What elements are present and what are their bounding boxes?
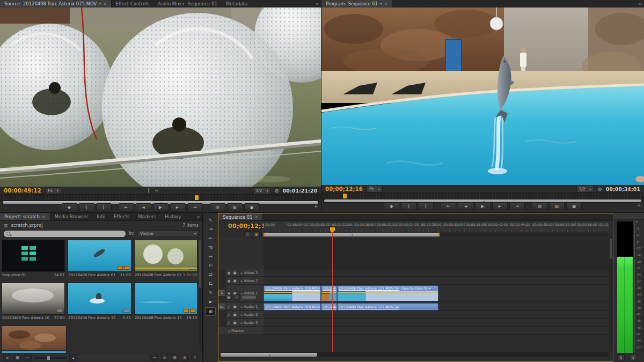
track-expand-icon[interactable]: ▸ — [241, 279, 243, 283]
panel-menu-icon[interactable]: ≡ — [638, 2, 642, 6]
add-marker-button[interactable]: ◆ — [62, 203, 77, 211]
add-marker-button[interactable]: ◆ — [384, 202, 399, 210]
tool-ripple-edit[interactable]: ⇤ — [206, 234, 215, 242]
audio-meter-header[interactable] — [614, 213, 644, 220]
timeline-playhead-head[interactable] — [330, 227, 335, 231]
step-back-button[interactable]: ◄ — [136, 203, 151, 211]
tool-pen[interactable]: ✎ — [206, 289, 215, 297]
video-3-lane[interactable] — [264, 269, 609, 277]
track-expand-icon[interactable]: ▸ — [241, 313, 243, 316]
project-item-019[interactable]: 20120408 Parc Asterix 019.MOV 11:03 — [68, 240, 131, 277]
tool-slip[interactable]: ⇄ — [206, 271, 215, 278]
mark-out-button[interactable]: } — [96, 203, 112, 211]
tab-source[interactable]: Source: 20120408 Parc Asterix 075.MOV ▾ … — [0, 0, 112, 8]
tab-metadata[interactable]: Metadata ▾ × — [222, 0, 252, 8]
program-fit-select[interactable]: Fit ▾ — [367, 186, 383, 193]
sync-lock-icon[interactable]: ▣ — [232, 271, 238, 275]
settings-wrench-icon[interactable]: ⚙ — [275, 188, 279, 194]
tool-rate-stretch[interactable]: ↔ — [206, 253, 215, 260]
zoom-out-button[interactable]: − — [24, 354, 32, 361]
source-patch-audio[interactable]: A1 — [218, 304, 225, 309]
track-output-eye-icon[interactable]: ◉ — [226, 279, 232, 283]
play-button[interactable]: ▶ — [475, 202, 491, 210]
tool-razor[interactable]: ✄ — [206, 262, 215, 269]
project-item-109[interactable]: 20120408 Parc Asterix 109.MOV 37:00 — [2, 283, 65, 320]
tool-zoom[interactable]: ⊕ — [206, 307, 216, 316]
tab-audio-mixer[interactable]: Audio Mixer: Sequence 01 ▾ × — [153, 0, 222, 8]
show-keyframes-icon[interactable]: ◇ — [233, 294, 240, 300]
speaker-icon[interactable]: ♪ — [226, 321, 232, 325]
sync-lock-icon[interactable]: ▣ — [232, 321, 238, 325]
source-video-viewer[interactable] — [0, 8, 321, 187]
source-current-timecode[interactable]: 00:00:49:12 — [4, 188, 41, 194]
project-scrollbar[interactable] — [199, 240, 201, 347]
go-to-out-button[interactable]: ⇥ — [187, 203, 203, 211]
tool-hand[interactable]: ☛ — [206, 298, 215, 306]
mark-out-button[interactable]: } — [418, 202, 434, 210]
project-item-127[interactable]: 20120408 Parc Asterix 127.MOV 19:19 — [134, 283, 197, 320]
timeline-ruler[interactable]: 00;0000;00;04;0000;00;08;0000;00;12;0000… — [264, 221, 609, 232]
video-2-lane[interactable] — [264, 277, 609, 285]
timeline-clip-127-video[interactable]: 20120408 Parc Asterix 127.MOV [V] Opacit… — [337, 285, 438, 301]
timeline-horizontal-scrollbar[interactable] — [219, 352, 609, 357]
work-area-bar[interactable] — [264, 233, 440, 237]
timeline-clip-126-audio[interactable]: 20120408 — [321, 303, 337, 311]
tab-project[interactable]: Project: scratch × — [0, 213, 50, 220]
lift-button[interactable]: ▤ — [210, 203, 225, 211]
opacity-rubber-band[interactable] — [321, 292, 336, 293]
set-display-style-icon[interactable]: ▦ — [225, 294, 232, 300]
track-header-slider[interactable] — [241, 295, 257, 299]
tab-effects[interactable]: Effects × — [109, 213, 134, 220]
tool-slide[interactable]: ⇆ — [206, 280, 215, 287]
play-button[interactable]: ▶ — [153, 203, 169, 211]
tab-dropdown-icon[interactable]: ▾ — [380, 2, 382, 6]
step-forward-button[interactable]: ► — [492, 202, 508, 210]
clip-thumbnail[interactable] — [68, 283, 131, 315]
output-toggle-icon[interactable]: ↦ — [155, 188, 159, 193]
track-expand-icon[interactable]: ▸ — [241, 305, 243, 308]
audio-3-lane[interactable] — [264, 319, 609, 327]
source-playhead[interactable] — [195, 195, 199, 200]
timeline-clip-126-video[interactable]: 20120408 — [321, 285, 337, 301]
encore-chapter-marker-button[interactable]: ◉ — [253, 231, 260, 238]
snap-button[interactable]: ∩ — [244, 231, 251, 238]
project-item-075[interactable]: 20120408 Parc Asterix 075.MOV 1:21:20 — [134, 240, 197, 277]
new-bin-button[interactable]: ▤ — [171, 354, 179, 361]
mark-in-button[interactable]: { — [79, 203, 94, 211]
solo-left-button[interactable]: S — [617, 354, 625, 360]
settings-wrench-icon[interactable]: ⚙ — [598, 187, 602, 192]
tab-markers[interactable]: Markers × — [134, 213, 160, 220]
audio-2-lane[interactable] — [264, 311, 609, 319]
project-item-sequence-01[interactable]: Sequence 01 34:01 — [2, 240, 65, 277]
program-current-timecode[interactable]: 00;00;12;16 — [325, 186, 363, 192]
step-back-button[interactable]: ◄ — [458, 202, 473, 210]
master-lane[interactable] — [264, 327, 609, 335]
tab-effect-controls[interactable]: Effect Controls ▾ × — [112, 0, 153, 8]
playback-pause-icon[interactable]: ‖ — [148, 188, 150, 193]
speaker-icon[interactable]: ♪ — [226, 305, 232, 309]
button-editor-plus-icon[interactable]: + — [314, 203, 318, 209]
icon-view-button[interactable]: ▦ — [13, 354, 21, 361]
go-to-in-button[interactable]: ⇤ — [441, 202, 456, 210]
clip-thumbnail[interactable] — [2, 240, 65, 272]
filter-select[interactable]: Visible ▾ — [137, 230, 199, 237]
program-resolution-select[interactable]: 1/2 ▾ — [576, 186, 594, 193]
tab-close-icon[interactable]: × — [42, 215, 46, 219]
lift-button[interactable]: ▤ — [532, 202, 547, 210]
step-forward-button[interactable]: ► — [170, 203, 186, 211]
tab-close-icon[interactable]: × — [254, 215, 258, 219]
solo-right-button[interactable]: S — [630, 354, 637, 360]
sync-lock-icon[interactable]: ▣ — [232, 313, 238, 317]
clip-thumbnail[interactable] — [68, 240, 131, 272]
extract-button[interactable]: ▧ — [227, 203, 243, 211]
mark-in-button[interactable]: { — [401, 202, 416, 210]
go-to-out-button[interactable]: ⇥ — [509, 202, 525, 210]
zoom-in-button[interactable]: ▴ — [69, 354, 77, 361]
opacity-rubber-band[interactable] — [264, 292, 320, 293]
extract-button[interactable]: ▧ — [549, 202, 565, 210]
partial-clip-thumbnail[interactable] — [2, 326, 67, 350]
search-input[interactable] — [4, 231, 126, 237]
track-expand-icon[interactable]: ▸ — [241, 271, 243, 275]
source-patch-video[interactable]: V — [218, 290, 225, 296]
tab-info[interactable]: Info × — [92, 213, 109, 220]
